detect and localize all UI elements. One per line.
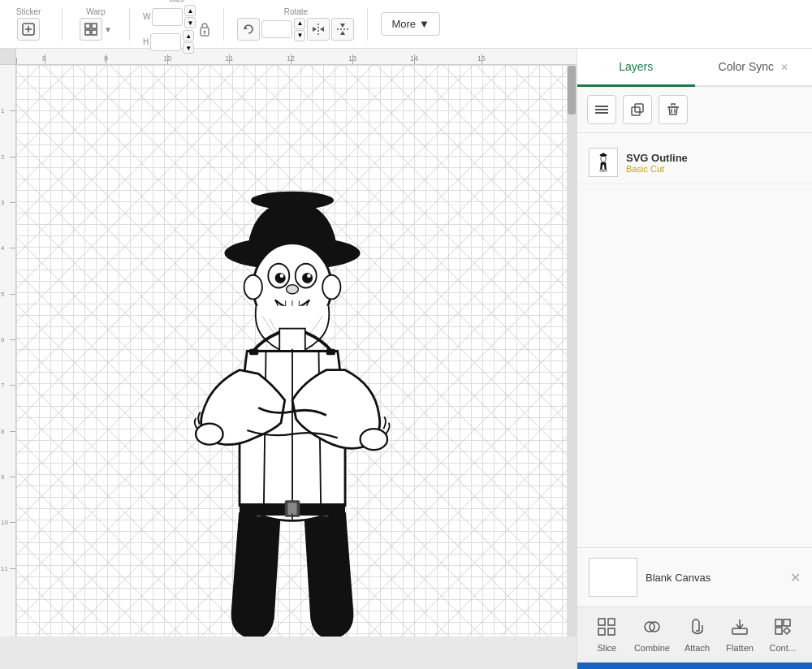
rotate-down-btn[interactable]: ▼: [294, 30, 305, 41]
canvas-close-btn[interactable]: ✕: [790, 570, 801, 585]
layer-item[interactable]: SVG Outline Basic Cut: [577, 141, 812, 184]
slice-button[interactable]: Slice: [586, 614, 627, 656]
rotate-ccw-btn[interactable]: [237, 18, 260, 41]
duplicate-layer-btn[interactable]: [623, 95, 652, 124]
warp-grid-icon[interactable]: [80, 18, 102, 41]
svg-rect-67: [608, 628, 615, 635]
combine-button[interactable]: Combine: [629, 614, 675, 656]
canvas-with-rulers: 8 9 10 11 12 13 14 15 1: [0, 49, 577, 669]
divider-2: [129, 8, 130, 41]
rotate-group: Rotate ▲ ▼: [237, 7, 354, 41]
warp-label: Warp: [86, 7, 106, 16]
layer-info: SVG Outline Basic Cut: [626, 152, 801, 174]
vertical-scrollbar[interactable]: [567, 65, 577, 637]
svg-rect-36: [249, 349, 258, 355]
flatten-icon: [730, 617, 749, 641]
width-down-btn[interactable]: ▼: [184, 17, 196, 28]
svg-rect-6: [92, 30, 97, 35]
slice-label: Slice: [597, 643, 616, 653]
canvas-thumbnail: [589, 558, 637, 597]
svg-rect-54: [595, 112, 608, 114]
warp-dropdown-arrow: ▼: [104, 25, 112, 34]
width-input[interactable]: [152, 8, 183, 26]
svg-rect-5: [85, 30, 90, 35]
panel-spacer: [577, 348, 812, 547]
warp-input-row: ▼: [80, 18, 112, 41]
tab-color-sync[interactable]: Color Sync ✕: [695, 49, 813, 87]
ruler-corner: [0, 49, 16, 65]
ruler-vertical: 1 2 3 4 5 6 7 8 9 10 11: [0, 65, 16, 637]
contour-button[interactable]: Cont...: [762, 614, 803, 656]
canvas-label: Blank Canvas: [646, 572, 710, 584]
svg-rect-72: [775, 619, 782, 626]
layer-thumbnail: [589, 148, 618, 177]
blue-accent-bar: [577, 663, 812, 669]
svg-rect-53: [595, 109, 608, 110]
right-panel: Layers Color Sync ✕: [577, 49, 812, 669]
svg-marker-13: [320, 27, 324, 32]
sticker-icon-btn[interactable]: [17, 18, 40, 41]
divider-1: [62, 8, 63, 41]
canvas-preview: Blank Canvas ✕: [577, 547, 812, 606]
more-button[interactable]: More ▼: [381, 12, 440, 36]
more-label: More: [391, 18, 416, 30]
svg-point-23: [302, 273, 313, 283]
size-inputs: W ▲ ▼ H ▲ ▼: [143, 5, 210, 54]
tab-layers[interactable]: Layers: [577, 49, 695, 87]
lock-aspect-btn[interactable]: [199, 22, 210, 37]
rotate-input[interactable]: [261, 20, 292, 38]
height-up-btn[interactable]: ▲: [183, 30, 194, 41]
svg-point-30: [244, 275, 262, 300]
sticker-label: Sticker: [16, 7, 41, 16]
design-canvas[interactable]: [16, 65, 567, 637]
svg-rect-37: [326, 349, 335, 355]
more-chevron-icon: ▼: [419, 18, 430, 30]
rotate-up-btn[interactable]: ▲: [294, 18, 305, 29]
size-label: Size: [169, 0, 184, 3]
contour-label: Cont...: [770, 643, 796, 653]
svg-point-25: [307, 274, 311, 278]
svg-rect-4: [92, 24, 97, 28]
svg-point-22: [275, 273, 286, 283]
rotate-controls: ▲ ▼: [237, 18, 354, 41]
toolbar: Sticker Warp ▼ Size W ▲ ▼: [0, 0, 812, 49]
panel-tabs: Layers Color Sync ✕: [577, 49, 812, 87]
mascot-image[interactable]: [138, 114, 447, 637]
flip-h-btn[interactable]: [307, 18, 330, 41]
svg-rect-65: [608, 619, 615, 625]
layer-type: Basic Cut: [626, 164, 801, 174]
svg-rect-3: [85, 24, 90, 28]
height-input[interactable]: [150, 33, 181, 51]
slice-icon: [597, 617, 616, 641]
svg-rect-73: [784, 619, 790, 626]
color-sync-close-icon[interactable]: ✕: [780, 62, 788, 73]
svg-rect-32: [279, 329, 305, 352]
svg-point-31: [322, 275, 340, 300]
width-up-btn[interactable]: ▲: [184, 5, 196, 16]
rotate-label: Rotate: [284, 7, 308, 16]
height-down-btn[interactable]: ▼: [183, 42, 194, 54]
svg-rect-52: [595, 106, 608, 107]
svg-point-61: [601, 156, 606, 162]
layer-name: SVG Outline: [626, 152, 801, 164]
svg-marker-16: [340, 31, 345, 35]
attach-button[interactable]: Attach: [677, 614, 718, 656]
delete-layer-btn[interactable]: [659, 95, 688, 124]
canvas-area[interactable]: 8 9 10 11 12 13 14 15 1: [0, 49, 577, 669]
svg-rect-64: [598, 619, 605, 625]
contour-icon: [773, 617, 793, 641]
svg-point-26: [287, 285, 299, 294]
scrollbar-thumb-v[interactable]: [568, 66, 576, 114]
layer-thumb-svg: [592, 151, 615, 174]
add-layer-btn[interactable]: [587, 95, 616, 124]
divider-4: [367, 8, 368, 41]
svg-marker-12: [313, 27, 317, 32]
svg-marker-15: [340, 24, 345, 28]
flip-v-btn[interactable]: [331, 18, 354, 41]
svg-rect-66: [598, 628, 605, 635]
svg-point-18: [251, 192, 334, 209]
flatten-button[interactable]: Flatten: [719, 614, 760, 656]
divider-3: [223, 8, 224, 41]
mascot-svg: [138, 114, 447, 637]
warp-group: Warp ▼: [76, 7, 116, 41]
